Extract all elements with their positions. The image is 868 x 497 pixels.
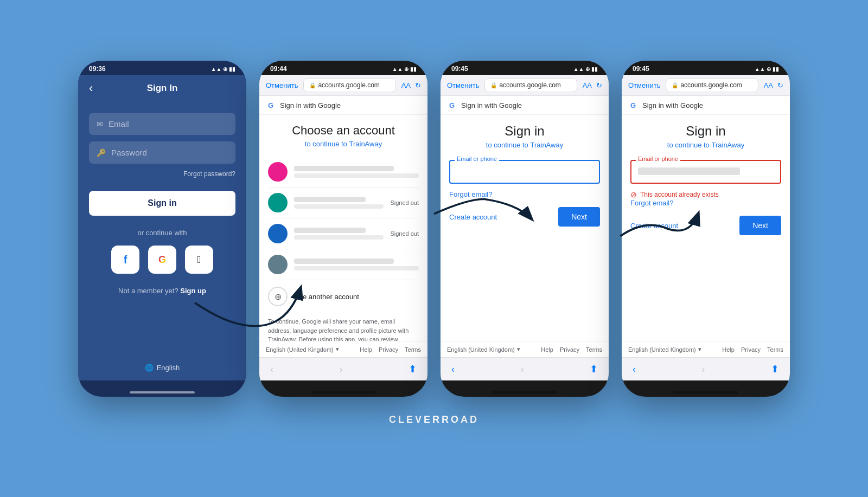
- sign-in-title-4: Sign in: [630, 124, 781, 139]
- browser-screen-3: Отменить 🔒 accounts.google.com AA ↻ G Si…: [441, 75, 609, 380]
- url-bar-2[interactable]: 🔒 accounts.google.com: [303, 78, 395, 92]
- url-bar-3[interactable]: 🔒 accounts.google.com: [484, 78, 577, 92]
- share-btn-2[interactable]: ⬆: [409, 363, 417, 375]
- email-field[interactable]: ✉ Email: [89, 113, 235, 135]
- help-link-2[interactable]: Help: [360, 346, 372, 353]
- next-button-3[interactable]: Next: [558, 207, 600, 227]
- avatar-1: [268, 162, 288, 182]
- terms-link-2[interactable]: Terms: [405, 346, 421, 353]
- refresh-icon-3[interactable]: ↻: [596, 81, 602, 89]
- share-btn-4[interactable]: ⬆: [771, 363, 779, 375]
- forgot-password[interactable]: Forgot password?: [89, 170, 235, 178]
- email-input-4[interactable]: [630, 160, 781, 184]
- phone-4: 09:45 ▲▲ ⊕ ▮▮ Отменить 🔒 accounts.google…: [622, 61, 790, 397]
- refresh-icon-2[interactable]: ↻: [415, 81, 421, 89]
- password-icon: 🔑: [97, 149, 106, 157]
- status-icons-1: ▲▲ ⊕ ▮▮: [211, 66, 235, 72]
- account-item-2[interactable]: Signed out: [268, 188, 419, 218]
- terms-link-3[interactable]: Terms: [586, 346, 602, 353]
- aa-icon-4[interactable]: AA: [764, 81, 773, 89]
- create-account-4[interactable]: Create account: [630, 222, 678, 230]
- account-info-3: [294, 228, 384, 240]
- use-another-account[interactable]: ⊕ Use another account: [268, 280, 419, 313]
- google-banner-3: G Sign in with Google: [441, 96, 609, 115]
- forward-nav-3[interactable]: ›: [521, 364, 524, 375]
- aa-icon-3[interactable]: AA: [583, 81, 592, 89]
- apple-button[interactable]: : [185, 246, 213, 274]
- phones-row: 09:36 ▲▲ ⊕ ▮▮ ‹ Sign In ✉ Email 🔑 Passwo…: [78, 61, 790, 397]
- continue-to-3: to continue to TrainAway: [449, 141, 600, 149]
- sign-up-link[interactable]: Sign up: [180, 287, 206, 295]
- phone-1-status-bar: 09:36 ▲▲ ⊕ ▮▮: [78, 61, 246, 75]
- browser-nav-4: ‹ › ⬆: [622, 357, 790, 380]
- language-selector[interactable]: 🌐 English: [145, 364, 180, 372]
- footer-links-4: Help Privacy Terms: [722, 346, 783, 353]
- app-header: ‹ Sign In: [78, 75, 246, 102]
- time-3: 09:45: [451, 65, 468, 73]
- next-button-4[interactable]: Next: [739, 216, 781, 235]
- url-bar-4[interactable]: 🔒 accounts.google.com: [666, 78, 758, 92]
- privacy-link-3[interactable]: Privacy: [560, 346, 579, 353]
- phone-1: 09:36 ▲▲ ⊕ ▮▮ ‹ Sign In ✉ Email 🔑 Passwo…: [78, 61, 246, 397]
- lock-icon-4: 🔒: [672, 82, 678, 88]
- browser-bar-3: Отменить 🔒 accounts.google.com AA ↻: [441, 75, 609, 96]
- or-continue-text: or continue with: [89, 229, 235, 237]
- bottom-actions-4: Create account Next: [630, 216, 781, 235]
- back-nav-3[interactable]: ‹: [451, 364, 455, 375]
- privacy-text: To continue, Google will share your name…: [268, 317, 419, 341]
- terms-link-4[interactable]: Terms: [767, 346, 783, 353]
- back-nav-4[interactable]: ‹: [633, 364, 636, 375]
- phone-2-status-bar: 09:44 ▲▲ ⊕ ▮▮: [259, 61, 427, 75]
- browser-content-2: Choose an account to continue to TrainAw…: [259, 115, 427, 341]
- google-g-icon-2: G: [266, 100, 276, 110]
- email-container-4: Email or phone: [630, 160, 781, 184]
- account-item-1[interactable]: [268, 157, 419, 188]
- browser-content-3: Sign in to continue to TrainAway Email o…: [441, 115, 609, 341]
- account-name-1: [294, 166, 394, 171]
- browser-actions-2: AA ↻: [401, 81, 421, 89]
- footer-links-2: Help Privacy Terms: [360, 346, 421, 353]
- account-name-3: [294, 228, 366, 233]
- account-item-3[interactable]: Signed out: [268, 218, 419, 249]
- footer-lang-3[interactable]: English (United Kingdom) ▾: [447, 346, 520, 353]
- cancel-button-2[interactable]: Отменить: [266, 81, 298, 89]
- share-btn-3[interactable]: ⬆: [590, 363, 598, 375]
- error-message: ⊘ This account already exists: [630, 190, 781, 199]
- back-button[interactable]: ‹: [89, 81, 93, 95]
- browser-footer-3: English (United Kingdom) ▾ Help Privacy …: [441, 341, 609, 357]
- google-button[interactable]: G: [148, 246, 176, 274]
- refresh-icon-4[interactable]: ↻: [777, 81, 783, 89]
- social-buttons: f G : [89, 246, 235, 274]
- forgot-email-3[interactable]: Forgot email?: [449, 190, 600, 198]
- forgot-email-4[interactable]: Forgot email?: [630, 199, 781, 207]
- privacy-link-2[interactable]: Privacy: [379, 346, 398, 353]
- account-info-2: [294, 197, 384, 209]
- footer-lang-2[interactable]: English (United Kingdom) ▾: [266, 346, 339, 353]
- email-label-4: Email or phone: [636, 156, 680, 162]
- help-link-3[interactable]: Help: [541, 346, 553, 353]
- create-account-3[interactable]: Create account: [449, 213, 497, 221]
- lock-icon-2: 🔒: [309, 82, 316, 88]
- account-item-4[interactable]: [268, 249, 419, 280]
- browser-footer-2: English (United Kingdom) ▾ Help Privacy …: [259, 341, 427, 357]
- back-nav-2[interactable]: ‹: [270, 364, 273, 375]
- google-banner-4: G Sign in with Google: [622, 96, 790, 115]
- email-input-3[interactable]: [449, 160, 600, 184]
- email-icon: ✉: [97, 120, 103, 128]
- forward-nav-4[interactable]: ›: [702, 364, 705, 375]
- aa-icon-2[interactable]: AA: [401, 81, 411, 89]
- avatar-3: [268, 224, 288, 243]
- help-link-4[interactable]: Help: [722, 346, 735, 353]
- password-field[interactable]: 🔑 Password: [89, 141, 235, 164]
- privacy-link-4[interactable]: Privacy: [741, 346, 761, 353]
- facebook-button[interactable]: f: [111, 246, 139, 274]
- home-indicator-4: [673, 391, 738, 393]
- time-4: 09:45: [633, 65, 649, 73]
- cancel-button-3[interactable]: Отменить: [447, 81, 479, 89]
- footer-lang-4[interactable]: English (United Kingdom) ▾: [628, 346, 701, 353]
- phone-4-status-bar: 09:45 ▲▲ ⊕ ▮▮: [622, 61, 790, 75]
- sign-in-button[interactable]: Sign in: [89, 191, 235, 216]
- cancel-button-4[interactable]: Отменить: [628, 81, 660, 89]
- browser-nav-2: ‹ › ⬆: [259, 357, 427, 380]
- forward-nav-2[interactable]: ›: [340, 364, 343, 375]
